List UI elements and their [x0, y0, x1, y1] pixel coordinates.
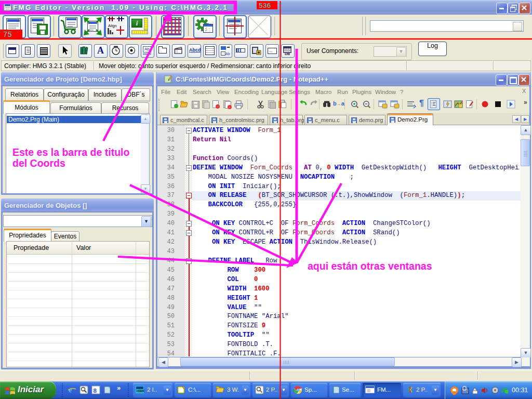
svg-text:aqui están otras ventanas: aqui están otras ventanas	[308, 260, 432, 272]
svg-text:536: 536	[259, 2, 271, 10]
svg-text:Este es la barra de titulo: Este es la barra de titulo	[12, 147, 130, 158]
svg-text:75: 75	[3, 31, 12, 39]
svg-text:del Coords: del Coords	[12, 157, 65, 169]
